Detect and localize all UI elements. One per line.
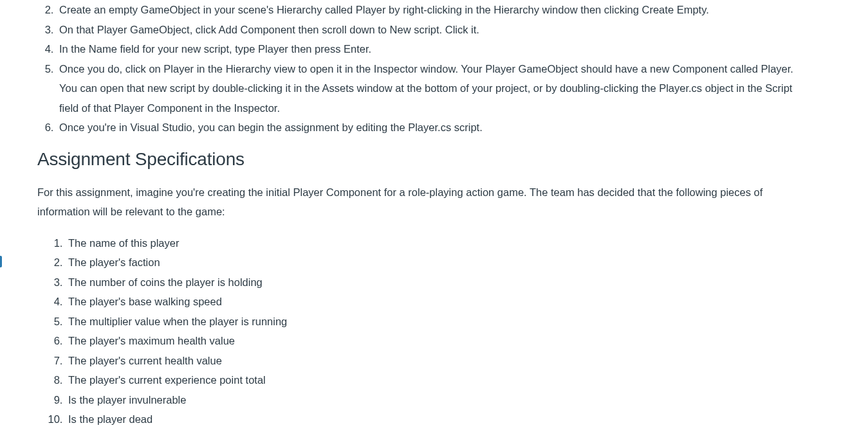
list-item: Is the player invulnerable [66,390,809,410]
list-item: The player's base walking speed [66,292,809,312]
list-item: In the Name field for your new script, t… [57,39,809,59]
document-content: Create an empty GameObject in your scene… [37,0,809,429]
list-item: The player's maximum health value [66,331,809,351]
list-item: The player's faction [66,253,809,273]
section-heading: Assignment Specifications [37,149,809,170]
intro-paragraph: For this assignment, imagine you're crea… [37,183,784,222]
list-item: Create an empty GameObject in your scene… [57,0,809,20]
list-item: The name of this player [66,233,809,253]
list-item: The number of coins the player is holdin… [66,273,809,292]
list-item: Once you do, click on Player in the Hier… [57,59,809,118]
list-item: The player's current health value [66,351,809,371]
list-item: Once you're in Visual Studio, you can be… [57,118,809,138]
left-edge-indicator [0,256,2,267]
list-item: On that Player GameObject, click Add Com… [57,20,809,40]
list-item: The player's current experience point to… [66,370,809,390]
setup-steps-list: Create an empty GameObject in your scene… [37,0,809,138]
specifications-list: The name of this player The player's fac… [37,233,809,429]
list-item: Is the player dead [66,409,809,429]
list-item: The multiplier value when the player is … [66,312,809,332]
